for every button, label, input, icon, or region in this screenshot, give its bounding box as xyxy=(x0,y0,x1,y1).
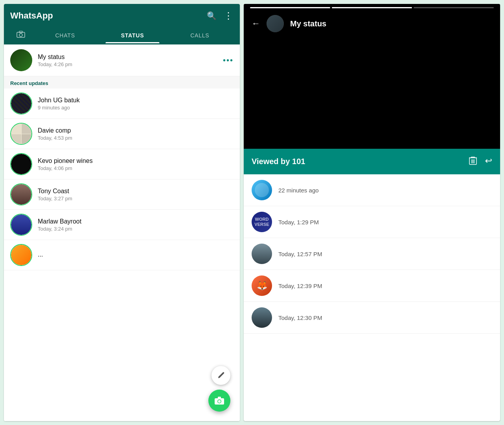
right-panel-avatar-img xyxy=(267,15,284,32)
viewer-avatar xyxy=(252,180,272,200)
my-status-name: My status xyxy=(38,54,217,61)
viewer-time: Today, 12:30 PM xyxy=(278,314,322,321)
app-title: WhatsApp xyxy=(10,11,53,21)
contact-name: Davie comp xyxy=(38,127,234,134)
my-status-avatar xyxy=(10,49,32,71)
list-item[interactable]: John UG batuk 9 minutes ago xyxy=(4,89,240,119)
contact-info: ... xyxy=(38,251,234,259)
my-status-row[interactable]: My status Today, 4:26 pm ••• xyxy=(4,44,240,76)
viewer-avatar xyxy=(252,307,272,328)
avatar xyxy=(10,123,32,145)
viewer-row[interactable]: 🦊 Today, 12:39 PM xyxy=(244,270,500,302)
viewed-by-panel: Viewed by 101 ↪ xyxy=(244,149,500,421)
contact-info: Marlaw Bayroot Today, 3:24 pm xyxy=(38,218,234,232)
viewer-row[interactable]: Today, 12:30 PM xyxy=(244,302,500,334)
viewer-time: Today, 12:57 PM xyxy=(278,251,322,257)
viewer-list: 22 minutes ago WORDVERSE Today, 1:29 PM … xyxy=(244,174,500,421)
list-item[interactable]: Tony Coast Today, 3:27 pm xyxy=(4,179,240,210)
header-top: WhatsApp 🔍 ⋮ xyxy=(10,10,234,26)
more-options-icon[interactable]: ⋮ xyxy=(224,10,234,21)
right-panel-title: My status xyxy=(290,19,326,28)
svg-rect-6 xyxy=(218,397,221,399)
contact-name: Marlaw Bayroot xyxy=(38,218,234,225)
camera-fab-button[interactable] xyxy=(208,390,230,412)
avatar xyxy=(10,153,32,175)
progress-bars xyxy=(244,4,500,11)
viewed-by-header: Viewed by 101 ↪ xyxy=(244,149,500,174)
my-status-time: Today, 4:26 pm xyxy=(38,61,217,67)
tab-status[interactable]: STATUS xyxy=(99,28,166,43)
contact-info: Tony Coast Today, 3:27 pm xyxy=(38,188,234,201)
list-item[interactable]: Kevo pioneer wines Today, 4:06 pm xyxy=(4,149,240,179)
app-header: WhatsApp 🔍 ⋮ CHATS STATUS CALL xyxy=(4,4,240,44)
contact-time: Today, 4:06 pm xyxy=(38,165,234,171)
svg-point-1 xyxy=(19,33,22,37)
contact-info: Kevo pioneer wines Today, 4:06 pm xyxy=(38,157,234,171)
search-icon[interactable]: 🔍 xyxy=(207,11,217,20)
contact-name: Tony Coast xyxy=(38,188,234,195)
contact-time: Today, 4:53 pm xyxy=(38,135,234,141)
viewed-by-title: Viewed by 101 xyxy=(252,157,305,166)
progress-bar-2 xyxy=(332,7,412,8)
avatar xyxy=(10,244,32,266)
contact-name: John UG batuk xyxy=(38,97,234,104)
tab-bar: CHATS STATUS CALLS xyxy=(10,26,234,44)
contact-time: Today, 3:24 pm xyxy=(38,226,234,232)
viewer-time: Today, 12:39 PM xyxy=(278,283,322,289)
my-status-section: My status Today, 4:26 pm ••• xyxy=(4,44,240,76)
svg-point-5 xyxy=(218,400,221,403)
viewer-time: 22 minutes ago xyxy=(278,187,319,194)
tab-calls[interactable]: CALLS xyxy=(166,28,234,43)
left-panel-inner: My status Today, 4:26 pm ••• Recent upda… xyxy=(4,44,240,421)
back-button[interactable]: ← xyxy=(252,18,260,29)
viewed-by-actions: ↪ xyxy=(469,156,492,167)
share-icon[interactable]: ↪ xyxy=(485,156,492,167)
contact-time: 9 minutes ago xyxy=(38,105,234,111)
viewer-time: Today, 1:29 PM xyxy=(278,219,319,225)
my-status-avatar-img xyxy=(10,49,32,71)
my-status-more-dots[interactable]: ••• xyxy=(223,56,234,65)
status-content-area xyxy=(244,39,500,149)
viewer-row[interactable]: 22 minutes ago xyxy=(244,174,500,206)
delete-icon[interactable] xyxy=(469,156,477,167)
recent-updates-label: Recent updates xyxy=(4,76,240,89)
avatar-green-fill xyxy=(10,49,32,71)
contact-name: ... xyxy=(38,251,234,258)
list-item[interactable]: ... xyxy=(4,240,240,270)
right-panel: ← My status Viewed by 101 xyxy=(244,4,500,421)
viewer-row[interactable]: WORDVERSE Today, 1:29 PM xyxy=(244,206,500,238)
avatar xyxy=(10,183,32,205)
contact-info: John UG batuk 9 minutes ago xyxy=(38,97,234,111)
contact-name: Kevo pioneer wines xyxy=(38,157,234,164)
left-panel: WhatsApp 🔍 ⋮ CHATS STATUS CALL xyxy=(4,4,240,421)
fab-area xyxy=(208,366,230,412)
my-status-info: My status Today, 4:26 pm xyxy=(38,54,217,67)
avatar xyxy=(10,214,32,236)
camera-tab[interactable] xyxy=(10,26,31,44)
contact-info: Davie comp Today, 4:53 pm xyxy=(38,127,234,141)
header-icons: 🔍 ⋮ xyxy=(207,10,234,21)
progress-bar-3 xyxy=(414,7,494,8)
updates-list: John UG batuk 9 minutes ago xyxy=(4,89,240,421)
viewer-row[interactable]: Today, 12:57 PM xyxy=(244,238,500,270)
pencil-fab-button[interactable] xyxy=(212,366,230,385)
tab-chats[interactable]: CHATS xyxy=(31,28,99,43)
right-panel-avatar xyxy=(267,15,284,32)
list-item[interactable]: Davie comp Today, 4:53 pm xyxy=(4,119,240,149)
svg-rect-2 xyxy=(19,31,22,33)
progress-bar-1 xyxy=(250,7,330,8)
avatar xyxy=(10,92,32,115)
contact-time: Today, 3:27 pm xyxy=(38,196,234,201)
viewer-avatar: WORDVERSE xyxy=(252,212,272,232)
viewer-avatar: 🦊 xyxy=(252,275,272,296)
list-item[interactable]: Marlaw Bayroot Today, 3:24 pm xyxy=(4,210,240,240)
viewer-avatar xyxy=(252,244,272,264)
